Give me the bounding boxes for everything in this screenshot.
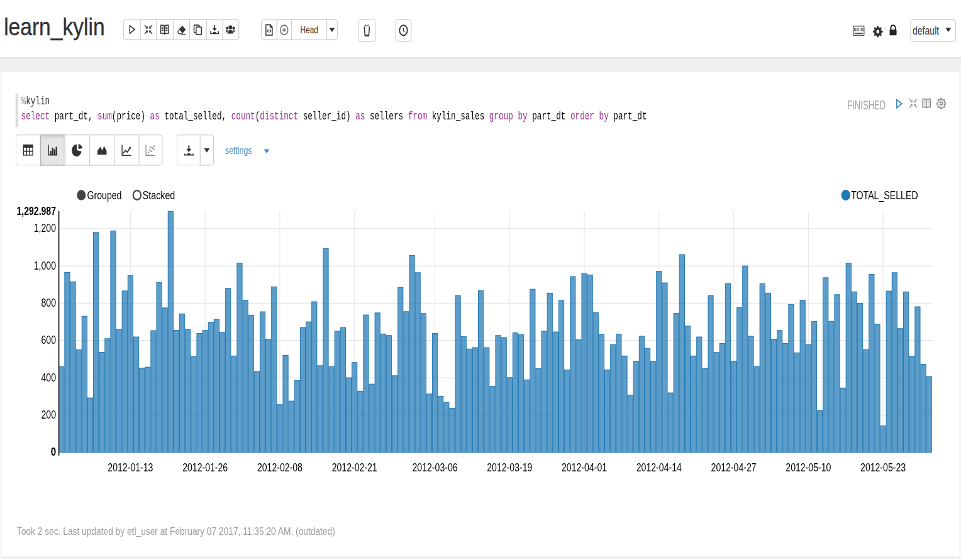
svg-text:600: 600 [42,334,56,346]
svg-text:2012-01-13: 2012-01-13 [108,461,153,473]
svg-text:TOTAL_SELLED: TOTAL_SELLED [851,189,918,202]
svg-text:2012-05-10: 2012-05-10 [786,461,831,473]
svg-text:1,200: 1,200 [34,222,56,234]
svg-text:2012-02-08: 2012-02-08 [257,461,303,473]
svg-text:1,292.987: 1,292.987 [16,205,56,217]
svg-text:2012-03-19: 2012-03-19 [487,461,532,473]
svg-text:2012-05-23: 2012-05-23 [860,461,906,473]
svg-text:2012-04-14: 2012-04-14 [636,461,682,473]
svg-text:2012-03-06: 2012-03-06 [413,461,458,473]
svg-text:2012-04-01: 2012-04-01 [562,461,607,473]
svg-text:Grouped: Grouped [87,189,122,201]
svg-text:800: 800 [42,297,56,309]
svg-text:2012-02-21: 2012-02-21 [332,461,377,473]
svg-text:200: 200 [42,409,56,420]
svg-text:2012-04-27: 2012-04-27 [711,461,757,473]
svg-text:2012-01-26: 2012-01-26 [182,461,228,473]
svg-text:1,000: 1,000 [34,260,56,272]
svg-text:Stacked: Stacked [143,189,175,201]
svg-text:0: 0 [51,446,56,458]
svg-text:400: 400 [42,371,56,383]
